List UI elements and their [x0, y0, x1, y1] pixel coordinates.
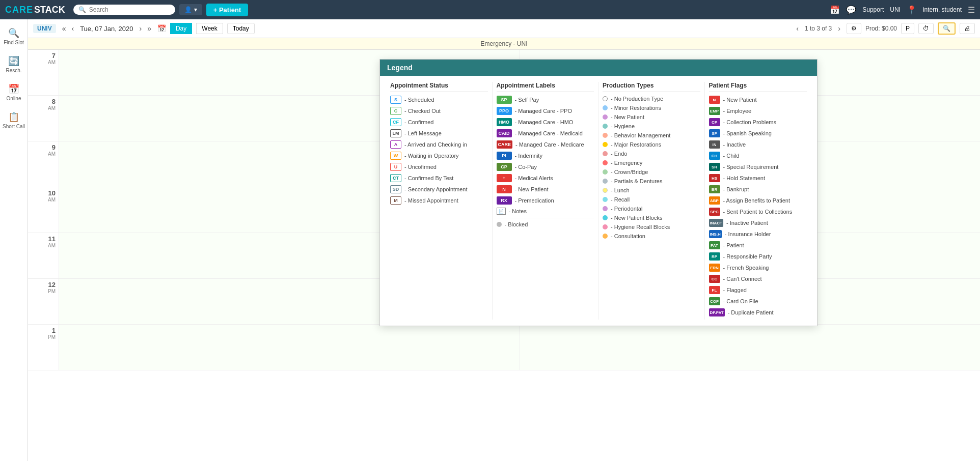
status-badge-w: W — [390, 152, 401, 160]
label-badge-ppo: PPO — [497, 107, 512, 115]
status-badge-cf: CF — [390, 118, 401, 126]
hygiene-recall-dot — [603, 224, 608, 229]
flag-badge-cof: COF — [709, 297, 720, 305]
clock-button[interactable]: ⏱ — [918, 23, 934, 34]
add-patient-button[interactable]: + Patient — [206, 4, 249, 16]
legend-item-flag-ch: CH - Child — [709, 152, 807, 160]
calendar-picker-icon[interactable]: 📅 — [157, 24, 166, 33]
legend-item-minor-rest: - Minor Restorations — [603, 105, 700, 111]
time-row-1: 1 PM — [28, 325, 980, 370]
legend-item-flag-rp: RP - Responsible Party — [709, 252, 807, 261]
sidebar-item-resch[interactable]: 🔄 Resch. — [0, 51, 28, 77]
p-button[interactable]: P — [901, 23, 914, 34]
legend-item-hmo: HMO - Managed Care - HMO — [497, 118, 594, 126]
legend-item-cp: CP - Co-Pay — [497, 163, 594, 171]
legend-item-flag-spc: SPC - Sent Patient to Collections — [709, 208, 807, 216]
label-badge-plus: + — [497, 174, 512, 182]
legend-item-flag-emp: EMP - Employee — [709, 107, 807, 115]
time-slot-1-1[interactable] — [59, 325, 520, 370]
sidebar-item-short-call[interactable]: 📋 Short Call — [0, 107, 28, 133]
legend-item-flag-pat: PAT - Patient — [709, 241, 807, 249]
legend-item-flag-fl: FL - Flagged — [709, 286, 807, 294]
search-legend-button[interactable]: 🔍 — [938, 22, 956, 35]
navbar: CARE STACK 🔍 👤 ▾ + Patient 📅 💬 Support U… — [0, 0, 980, 19]
legend-item-periodontal: - Periodontal — [603, 206, 700, 212]
label-badge-rx: RX — [497, 196, 512, 205]
consultation-dot — [603, 234, 608, 239]
time-label-8: 8 AM — [28, 96, 59, 141]
settings-button[interactable]: ⚙ — [847, 23, 861, 34]
flag-badge-inact: INACT — [709, 219, 723, 227]
logo-care: CARE — [5, 5, 33, 15]
hamburger-icon[interactable]: ☰ — [968, 5, 975, 15]
legend-item-unconfirmed: U - Uncofirmed — [390, 163, 488, 171]
legend-item-new-patient-prod: - New Patient — [603, 114, 700, 120]
flag-badge-pat: PAT — [709, 241, 720, 249]
page-next-button[interactable]: › — [836, 23, 842, 34]
legend-item-flag-hs: HS - Hold Statement — [709, 174, 807, 182]
legend-col-appointment-labels: Appointment Labels SP - Self Pay PPO - M… — [493, 82, 599, 320]
legend-col-production-types: Production Types - No Production Type - … — [598, 82, 705, 320]
location-icon: 📍 — [907, 5, 917, 15]
sidebar-item-find-slot[interactable]: 🔍 Find Slot — [0, 23, 28, 49]
legend-item-secondary: SD - Secondary Appointment — [390, 185, 488, 193]
next-button[interactable]: › — [137, 23, 144, 34]
week-view-button[interactable]: Week — [196, 23, 223, 34]
print-button[interactable]: 🖨 — [960, 23, 975, 34]
flag-badge-spc: SPC — [709, 208, 720, 216]
emergency-banner: Emergency - UNI — [28, 38, 980, 50]
status-badge-sd: SD — [390, 185, 401, 193]
sidebar-item-label-find-slot: Find Slot — [4, 40, 23, 45]
legend-item-endo: - Endo — [603, 151, 700, 157]
user-name: intern, student — [923, 6, 962, 13]
label-badge-care: CARE — [497, 140, 513, 149]
label-badge-caid: CAID — [497, 129, 512, 137]
legend-item-flag-cp: CP - Collection Problems — [709, 118, 807, 126]
navbar-right: 📅 💬 Support UNI 📍 intern, student ☰ — [830, 5, 975, 15]
user-icon: 👤 — [184, 6, 192, 13]
hygiene-dot — [603, 124, 608, 129]
day-view-button[interactable]: Day — [170, 23, 192, 34]
sidebar-item-online[interactable]: 📅 Online — [0, 79, 28, 105]
new-patient-blocks-dot — [603, 215, 608, 220]
legend-item-confirmed-test: CT - Confirmed By Test — [390, 174, 488, 182]
time-label-9: 9 AM — [28, 141, 59, 187]
time-slot-1-2[interactable] — [520, 325, 981, 370]
legend-item-waiting: W - Waiting in Operatory — [390, 152, 488, 160]
crown-bridge-dot — [603, 169, 608, 175]
support-label[interactable]: Support — [862, 6, 884, 13]
prod-info: Prod: $0.00 — [865, 25, 897, 32]
calendar-nav-icon[interactable]: 📅 — [830, 5, 840, 15]
status-badge-a: A — [390, 140, 401, 149]
search-input[interactable] — [89, 6, 166, 13]
legend-item-arrived: A - Arrived and Checking in — [390, 140, 488, 149]
flag-badge-rp: RP — [709, 252, 720, 261]
prev-prev-button[interactable]: « — [60, 23, 68, 34]
legend-item-flag-abp: ABP - Assign Benefits to Patient — [709, 196, 807, 205]
user-button[interactable]: 👤 ▾ — [179, 4, 202, 15]
legend-item-new-patient-blocks: - New Patient Blocks — [603, 215, 700, 221]
behavior-dot — [603, 133, 608, 138]
flag-badge-frn: FRN — [709, 264, 720, 272]
legend-col-patient-flags: Patient Flags N - New Patient EMP - Empl… — [705, 82, 811, 320]
next-next-button[interactable]: » — [145, 23, 153, 34]
legend-col-header-flags: Patient Flags — [709, 82, 807, 92]
separator — [497, 218, 594, 218]
page-prev-button[interactable]: ‹ — [794, 23, 801, 34]
legend-item-flag-cof: COF - Card On File — [709, 297, 807, 305]
legend-item-flag-dppat: DP.PAT - Duplicate Patient — [709, 308, 807, 316]
legend-col-header-labels: Appointment Labels — [497, 82, 594, 92]
legend-item-lunch: - Lunch — [603, 187, 700, 193]
legend-overlay: Legend Appointment Status S - Scheduled … — [379, 59, 818, 326]
legend-item-missed: M - Missed Appointment — [390, 196, 488, 205]
no-prod-icon — [603, 96, 608, 101]
prev-button[interactable]: ‹ — [69, 23, 76, 34]
search-bar[interactable]: 🔍 — [73, 5, 175, 15]
legend-item-flag-insh: INS.H - Insurance Holder — [709, 230, 807, 238]
today-button[interactable]: Today — [227, 23, 255, 34]
label-badge-sp: SP — [497, 96, 512, 104]
chat-icon[interactable]: 💬 — [846, 5, 856, 15]
legend-col-header-status: Appointment Status — [390, 82, 488, 92]
time-label-11: 11 AM — [28, 233, 59, 278]
status-badge-s: S — [390, 96, 401, 104]
